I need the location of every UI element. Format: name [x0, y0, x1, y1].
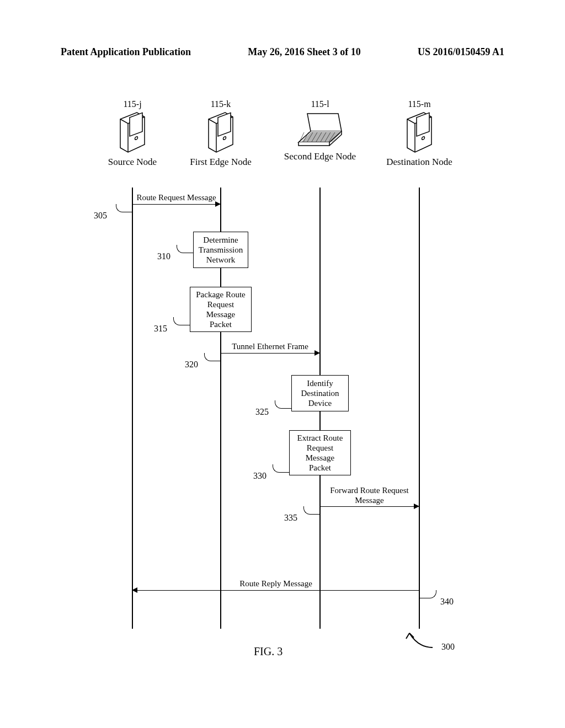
ref-curve-335 [303, 506, 321, 515]
arrow-route-reply: Route Reply Message [132, 590, 419, 591]
box-310-text: Determine Transmission Network [198, 235, 243, 265]
lane-source-role: Source Node [99, 157, 166, 168]
label-335: Forward Route Request Message [320, 485, 419, 505]
figure-pointer-icon [402, 629, 435, 651]
lane-first-role: First Edge Node [188, 157, 254, 168]
ref-320: 320 [185, 360, 198, 370]
lane-destination: 115-m Destination Node [381, 99, 458, 168]
lane-first-id: 115-k [188, 99, 254, 109]
box-extract-route: Extract Route Request Message Packet [289, 430, 351, 475]
laptop-icon [295, 111, 345, 148]
page-header: Patent Application Publication May 26, 2… [0, 46, 565, 58]
lane-second-role: Second Edge Node [281, 151, 359, 162]
ref-335: 335 [284, 513, 297, 523]
header-right: US 2016/0150459 A1 [418, 46, 504, 58]
ref-curve-330 [273, 464, 290, 473]
phone-icon [204, 111, 237, 153]
ref-310: 310 [157, 251, 170, 261]
ref-curve-310 [177, 245, 194, 253]
ref-305: 305 [94, 211, 107, 221]
box-identify-dest: Identify Destination Device [291, 375, 349, 411]
lane-second-edge: 115-l [281, 99, 359, 162]
ref-curve-340 [419, 590, 436, 598]
header-center: May 26, 2016 Sheet 3 of 10 [248, 46, 360, 58]
figure-ref-300: 300 [441, 642, 455, 652]
sequence-diagram: 115-j Source Node 115-k [77, 99, 486, 706]
figure-label: FIG. 3 [254, 645, 282, 658]
label-340: Route Reply Message [132, 579, 419, 588]
lifeline-source [132, 188, 133, 629]
ref-curve-320 [204, 353, 221, 361]
box-package-route: Package Route Request Message Packet [190, 287, 252, 332]
ref-curve-325 [275, 400, 292, 409]
lane-first-edge: 115-k First Edge Node [188, 99, 254, 168]
lane-dest-id: 115-m [381, 99, 458, 109]
ref-315: 315 [154, 324, 167, 334]
label-320: Tunnel Ethernet Frame [221, 342, 319, 351]
box-330-text: Extract Route Request Message Packet [294, 433, 346, 473]
lane-source: 115-j Source Node [99, 99, 166, 168]
ref-325: 325 [255, 407, 269, 417]
ref-curve-305 [116, 204, 133, 212]
ref-330: 330 [253, 471, 266, 481]
lifeline-dest [419, 188, 420, 629]
box-315-text: Package Route Request Message Packet [195, 290, 247, 329]
arrow-forward-request: Forward Route Request Message [320, 506, 419, 507]
box-325-text: Identify Destination Device [296, 378, 344, 408]
lane-source-id: 115-j [99, 99, 166, 109]
ref-curve-315 [173, 317, 190, 325]
arrow-tunnel-frame: Tunnel Ethernet Frame [221, 353, 319, 354]
phone-icon [116, 111, 149, 153]
ref-340: 340 [440, 597, 454, 607]
lane-second-id: 115-l [281, 99, 359, 109]
label-305: Route Request Message [132, 193, 220, 202]
box-determine-network: Determine Transmission Network [193, 232, 248, 268]
phone-icon [403, 111, 436, 153]
lane-dest-role: Destination Node [381, 157, 458, 168]
header-left: Patent Application Publication [61, 46, 191, 58]
arrow-route-request: Route Request Message [132, 204, 220, 205]
